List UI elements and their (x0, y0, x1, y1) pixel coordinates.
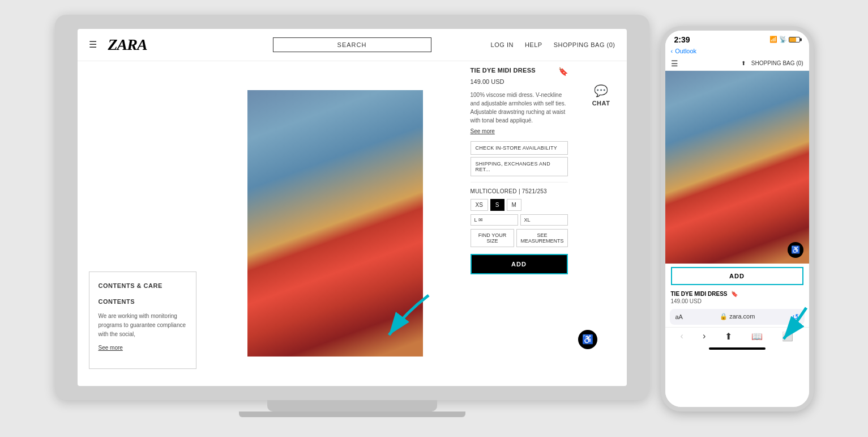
shipping-btn[interactable]: SHIPPING, EXCHANGES AND RET... (471, 157, 568, 176)
size-xl[interactable]: XL (520, 214, 568, 226)
signal-icon: 📶 (769, 36, 777, 43)
card-text: We are working with monitoring programs … (99, 312, 187, 339)
contents-care-card: CONTENTS & CARE CONTENTS We are working … (89, 271, 196, 368)
product-details-panel: TIE DYE MIDI DRESS 🔖 149.00 USD 100% vis… (463, 61, 576, 386)
size-l[interactable]: L ✉ (471, 214, 518, 226)
help-link[interactable]: HELP (525, 41, 542, 48)
size-s[interactable]: S (490, 199, 504, 211)
hamburger-icon[interactable]: ☰ (89, 39, 97, 50)
bookmark-icon[interactable]: 🔖 (558, 67, 568, 76)
size-action-row: L ✉ XL (471, 214, 568, 226)
phone-product-title: TIE DYE MIDI DRESS (671, 291, 728, 297)
phone-header: ☰ ⬆ SHOPPING BAG (0) (665, 57, 809, 71)
search-bar: SEARCH (273, 37, 431, 52)
phone-screen: 2:39 📶 📡 ‹ Outlook ☰ ⬆ (665, 31, 809, 407)
color-label: MULTICOLORED | 7521/253 (471, 188, 568, 194)
phone-share-icon[interactable]: ⬆ (741, 60, 746, 66)
phone-product-title-row: TIE DYE MIDI DRESS 🔖 (671, 291, 803, 297)
product-description: 100% viscose midi dress. V-neckline and … (471, 91, 568, 125)
login-link[interactable]: LOG IN (491, 41, 514, 48)
accessibility-btn[interactable]: ♿ (578, 330, 597, 349)
phone-accessibility-btn[interactable]: ♿ (788, 242, 803, 258)
laptop-stand (267, 400, 437, 411)
search-input[interactable]: SEARCH (273, 37, 431, 52)
phone-add-btn[interactable]: ADD (671, 267, 803, 285)
left-panel: CONTENTS & CARE CONTENTS We are working … (78, 61, 208, 386)
size-grid: XS S M (471, 199, 568, 211)
phone-status-icons: 📶 📡 (769, 36, 800, 43)
laptop-shell: ☰ ZARA SEARCH LOG IN HELP SHOPPING BAG (… (55, 15, 649, 400)
add-to-bag-btn[interactable]: ADD (471, 254, 568, 274)
phone-bag-label[interactable]: SHOPPING BAG (0) (751, 60, 803, 66)
phone-bookmark-icon[interactable]: 🔖 (731, 291, 738, 297)
phone-teal-arrow (772, 302, 814, 347)
phone-header-right: ⬆ SHOPPING BAG (0) (741, 60, 803, 66)
wifi-icon: 📡 (779, 36, 787, 43)
phone-back-nav: ‹ Outlook (665, 46, 809, 57)
phone-status-bar: 2:39 📶 📡 (665, 31, 809, 46)
battery-tip (800, 38, 802, 41)
phone-time: 2:39 (674, 35, 690, 44)
contents-see-more-link[interactable]: See more (99, 343, 187, 353)
url-text: zara.com (729, 313, 755, 320)
size-m[interactable]: M (507, 199, 521, 211)
battery-fill (789, 37, 797, 42)
phone-product-image: ♿ (665, 71, 809, 264)
page-main: CONTENTS & CARE CONTENTS We are working … (78, 61, 627, 386)
accessibility-icon: ♿ (582, 334, 593, 345)
helper-row: FIND YOUR SIZE SEE MEASUREMENTS (471, 229, 568, 247)
find-size-btn[interactable]: FIND YOUR SIZE (471, 229, 515, 247)
teal-arrow-annotation (378, 290, 446, 346)
browser-share-btn[interactable]: ⬆ (725, 331, 732, 342)
phone-home-bar (709, 347, 766, 350)
zara-logo: ZARA (108, 36, 147, 54)
laptop-device: ☰ ZARA SEARCH LOG IN HELP SHOPPING BAG (… (55, 15, 649, 423)
check-store-btn[interactable]: CHECK IN-STORE AVAILABILITY (471, 141, 568, 155)
card-title: CONTENTS & CARE (99, 281, 187, 291)
phone-device: 2:39 📶 📡 ‹ Outlook ☰ ⬆ (661, 26, 814, 411)
size-xs[interactable]: XS (471, 199, 488, 211)
product-title: TIE DYE MIDI DRESS (471, 67, 536, 74)
laptop-screen: ☰ ZARA SEARCH LOG IN HELP SHOPPING BAG (… (78, 29, 627, 386)
zara-webpage: ☰ ZARA SEARCH LOG IN HELP SHOPPING BAG (… (78, 29, 627, 386)
chat-icon: 💬 (594, 84, 608, 97)
back-arrow-icon[interactable]: ‹ (671, 48, 673, 54)
product-see-more-link[interactable]: See more (471, 128, 568, 134)
product-price: 149.00 USD (471, 78, 568, 85)
browser-back-btn[interactable]: ‹ (681, 331, 683, 341)
lock-icon: 🔒 (720, 313, 728, 320)
laptop-base (239, 411, 465, 417)
chat-button[interactable]: 💬 CHAT (592, 84, 610, 107)
chat-label: CHAT (592, 100, 610, 107)
browser-bookmarks-btn[interactable]: 📖 (751, 331, 763, 342)
header-navigation: LOG IN HELP SHOPPING BAG (0) (491, 41, 615, 48)
back-label[interactable]: Outlook (675, 48, 696, 54)
shopping-bag-link[interactable]: SHOPPING BAG (0) (554, 41, 615, 48)
page-header: ☰ ZARA SEARCH LOG IN HELP SHOPPING BAG (… (78, 29, 627, 61)
browser-forward-btn[interactable]: › (703, 331, 705, 341)
divider (471, 182, 568, 183)
battery-icon (789, 37, 800, 43)
product-title-row: TIE DYE MIDI DRESS 🔖 (471, 67, 568, 76)
phone-accessibility-icon: ♿ (791, 245, 800, 254)
see-measurements-btn[interactable]: SEE MEASUREMENTS (516, 229, 567, 247)
phone-font-size-control[interactable]: aA (675, 313, 683, 320)
card-subtitle: CONTENTS (99, 297, 187, 307)
phone-hamburger-icon[interactable]: ☰ (671, 59, 678, 68)
